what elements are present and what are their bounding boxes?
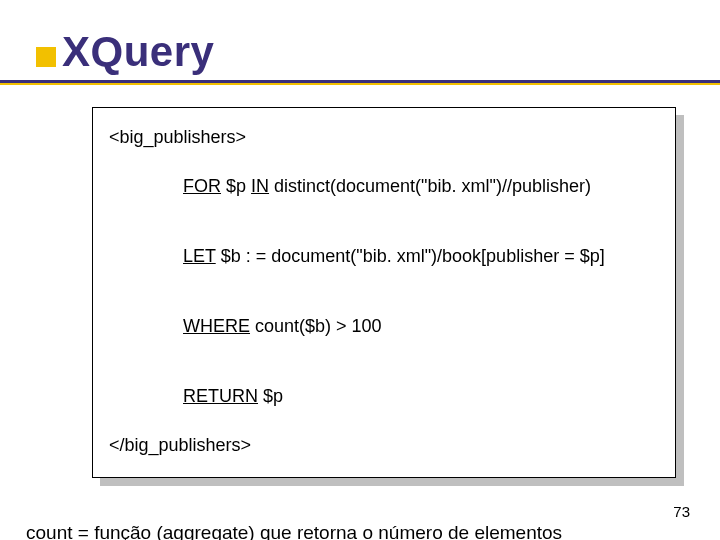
for-var: $p	[221, 176, 251, 196]
code-close-tag: </big_publishers>	[109, 435, 659, 456]
kw-where: WHERE	[183, 316, 250, 336]
kw-in: IN	[251, 176, 269, 196]
code-let-line: LET $b : = document("bib. xml")/book[pub…	[109, 225, 659, 288]
kw-for: FOR	[183, 176, 221, 196]
code-where-line: WHERE count($b) > 100	[109, 295, 659, 358]
let-rest: $b : = document("bib. xml")/book[publish…	[216, 246, 605, 266]
page-number: 73	[673, 503, 690, 520]
return-rest: $p	[258, 386, 283, 406]
title-underline	[0, 80, 720, 85]
slide: XQuery <big_publishers> FOR $p IN distin…	[0, 0, 720, 540]
code-box-inner: <big_publishers> FOR $p IN distinct(docu…	[92, 107, 676, 478]
code-open-tag: <big_publishers>	[109, 127, 659, 148]
kw-return: RETURN	[183, 386, 258, 406]
kw-let: LET	[183, 246, 216, 266]
title-bullet-icon	[36, 47, 56, 67]
code-return-line: RETURN $p	[109, 365, 659, 428]
for-rest: distinct(document("bib. xml")//publisher…	[269, 176, 591, 196]
underline-gold	[0, 83, 720, 85]
page-title: XQuery	[62, 28, 214, 76]
where-rest: count($b) > 100	[250, 316, 382, 336]
caption-text: count = função (aggregate) que retorna o…	[26, 522, 700, 540]
title-row: XQuery	[36, 28, 700, 76]
code-box: <big_publishers> FOR $p IN distinct(docu…	[92, 107, 676, 478]
code-for-line: FOR $p IN distinct(document("bib. xml")/…	[109, 155, 659, 218]
